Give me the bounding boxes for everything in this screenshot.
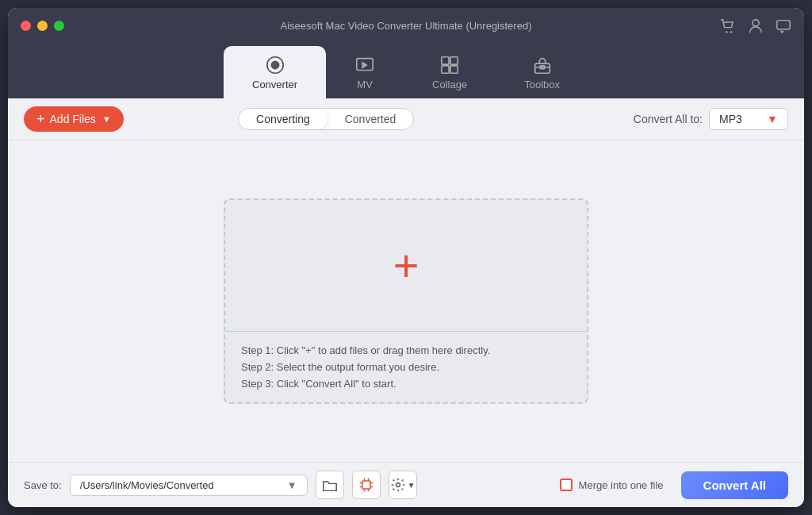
app-window: Aiseesoft Mac Video Converter Ultimate (…	[8, 8, 804, 507]
sub-tab-converting[interactable]: Converting	[239, 109, 327, 129]
save-path-selector[interactable]: /Users/link/Movies/Converted ▼	[70, 475, 308, 496]
merge-checkbox[interactable]	[560, 478, 573, 491]
merge-section: Merge into one file	[560, 478, 664, 491]
convert-all-to-section: Convert All to: MP3 ▼	[634, 108, 788, 130]
svg-rect-14	[362, 481, 370, 489]
convert-all-to-label: Convert All to:	[634, 113, 703, 125]
cpu-settings-button[interactable]	[352, 471, 381, 499]
svg-rect-11	[450, 66, 458, 73]
drop-zone-plus-icon: +	[393, 244, 419, 288]
merge-label: Merge into one file	[579, 479, 664, 491]
converter-icon	[265, 54, 285, 75]
close-button[interactable]	[21, 21, 31, 31]
user-icon[interactable]	[749, 17, 763, 33]
tab-converter-label: Converter	[252, 79, 297, 90]
instruction-2: Step 2: Select the output format you des…	[241, 361, 571, 373]
add-files-dropdown-icon: ▼	[102, 114, 111, 124]
tab-toolbox-label: Toolbox	[524, 79, 560, 90]
selected-format: MP3	[719, 113, 742, 125]
svg-rect-3	[777, 20, 790, 29]
footer: Save to: /Users/link/Movies/Converted ▼ …	[8, 462, 804, 507]
instruction-1: Step 1: Click "+" to add files or drag t…	[241, 344, 571, 356]
add-files-button[interactable]: + Add Files ▼	[24, 106, 124, 132]
format-dropdown-icon: ▼	[767, 113, 778, 125]
convert-all-button[interactable]: Convert All	[681, 471, 788, 499]
sub-tabs: Converting Converted	[238, 108, 414, 130]
tab-mv[interactable]: MV	[326, 46, 404, 98]
folder-icon-button[interactable]	[316, 471, 344, 499]
svg-point-1	[730, 31, 732, 33]
sub-tab-converted[interactable]: Converted	[327, 109, 414, 129]
maximize-button[interactable]	[54, 21, 64, 31]
drop-zone-container: + Step 1: Click "+" to add files or drag…	[224, 198, 588, 404]
plus-icon: +	[36, 112, 45, 126]
settings-button[interactable]: ▼	[389, 471, 417, 499]
titlebar-actions	[720, 17, 791, 33]
tab-converter[interactable]: Converter	[224, 46, 326, 98]
save-path-value: /Users/link/Movies/Converted	[80, 479, 214, 491]
window-title: Aiseesoft Mac Video Converter Ultimate (…	[281, 20, 532, 32]
main-content: + Step 1: Click "+" to add files or drag…	[8, 140, 804, 462]
svg-rect-9	[450, 57, 458, 64]
toolbar: + Add Files ▼ Converting Converted Conve…	[8, 98, 804, 140]
traffic-lights	[21, 21, 64, 31]
drop-zone[interactable]: +	[225, 200, 587, 331]
titlebar: Aiseesoft Mac Video Converter Ultimate (…	[8, 8, 804, 43]
minimize-button[interactable]	[37, 21, 48, 31]
tab-collage[interactable]: Collage	[404, 46, 496, 98]
svg-point-15	[396, 483, 400, 487]
save-path-dropdown-icon: ▼	[287, 479, 297, 491]
svg-rect-10	[442, 66, 449, 73]
cart-icon[interactable]	[720, 17, 736, 34]
instructions: Step 1: Click "+" to add files or drag t…	[225, 331, 587, 402]
chat-icon[interactable]	[776, 17, 791, 34]
tab-toolbox[interactable]: Toolbox	[496, 46, 588, 98]
svg-point-0	[726, 31, 727, 33]
mv-icon	[354, 54, 375, 75]
collage-icon	[439, 54, 460, 75]
toolbox-icon	[532, 54, 553, 75]
tab-collage-label: Collage	[432, 79, 467, 90]
svg-rect-8	[442, 57, 449, 64]
add-files-label: Add Files	[50, 113, 96, 125]
tab-mv-label: MV	[357, 79, 373, 90]
nav-tabs: Converter MV Collage	[8, 43, 804, 98]
svg-point-2	[753, 19, 759, 25]
format-select[interactable]: MP3 ▼	[709, 108, 788, 130]
instruction-3: Step 3: Click "Convert All" to start.	[241, 378, 571, 390]
save-to-label: Save to:	[24, 479, 62, 491]
settings-dropdown-icon: ▼	[408, 481, 416, 490]
